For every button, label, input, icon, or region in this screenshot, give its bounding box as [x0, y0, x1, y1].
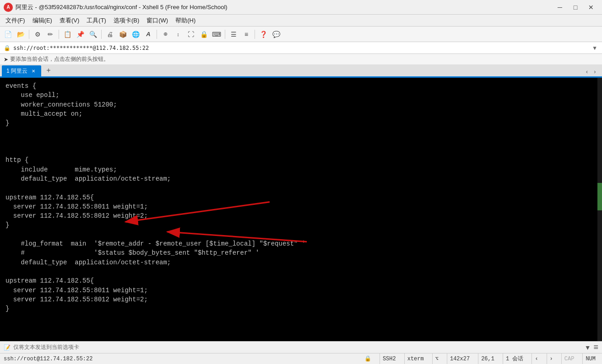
input-placeholder: 仅将文本发送到当前选项卡	[13, 343, 79, 351]
status-cursor: 26,1	[478, 353, 497, 364]
toolbar-font[interactable]: A	[142, 28, 154, 40]
terminal-content: events { use epoll; worker_connections 5…	[5, 81, 597, 313]
toolbar-keyboard[interactable]: ⌨	[211, 28, 222, 40]
menu-bar: 文件(F) 编辑(E) 查看(V) 工具(T) 选项卡(B) 窗口(W) 帮助(…	[0, 15, 602, 27]
toolbar-new[interactable]: 📄	[2, 28, 14, 40]
toolbar-copy[interactable]: 📋	[61, 28, 73, 40]
status-right: 🔒 SSH2 xterm ⌥ 142x27 26,1 1 会话 ‹ › CAP …	[362, 353, 598, 364]
toolbar-fullscreen[interactable]: ⛶	[185, 28, 197, 40]
status-ssh-url: ssh://root@112.74.182.55:22	[4, 356, 92, 362]
status-num: NUM	[582, 353, 598, 364]
tab-aliyun[interactable]: 1 阿里云 ✕	[2, 65, 41, 76]
tab-bar: 1 阿里云 ✕ + ‹ ›	[0, 65, 602, 78]
main-content: events { use epoll; worker_connections 5…	[0, 78, 602, 364]
address-dropdown[interactable]: ▼	[591, 42, 598, 54]
terminal-scrollbar[interactable]	[597, 78, 602, 341]
toolbar-sftp[interactable]: ↕	[172, 28, 184, 40]
status-nav-left[interactable]: ‹	[531, 353, 541, 364]
tab-close-button[interactable]: ✕	[30, 68, 37, 74]
menu-file[interactable]: 文件(F)	[2, 15, 29, 26]
terminal[interactable]: events { use epoll; worker_connections 5…	[0, 78, 602, 341]
toolbar-print[interactable]: 🖨	[104, 28, 116, 40]
menu-window[interactable]: 窗口(W)	[143, 15, 172, 26]
toolbar-session-list[interactable]: ☰	[228, 28, 239, 40]
toolbar-help[interactable]: ❓	[257, 28, 269, 40]
status-ssh2: SSH2	[380, 353, 399, 364]
window-title: 阿里云 - @53f59248287b:/usr/local/nginx/con…	[16, 3, 553, 11]
status-lock-icon: 🔒	[362, 353, 374, 364]
status-nav-right[interactable]: ›	[547, 353, 556, 364]
address-text[interactable]: ssh://root:*************@112.74.182.55:2…	[13, 45, 149, 51]
toolbar-paste[interactable]: 📌	[74, 28, 86, 40]
toolbar-properties[interactable]: ⚙	[32, 28, 43, 40]
hint-text: 要添加当前会话，点击左侧的前头按钮。	[10, 55, 109, 63]
tab-label: 1 阿里云	[6, 67, 27, 75]
toolbar-globe[interactable]: 🌐	[130, 28, 141, 40]
window-controls: ─ □ ✕	[553, 1, 598, 14]
toolbar-xftp[interactable]: ⊕	[159, 28, 171, 40]
menu-view[interactable]: 查看(V)	[56, 15, 83, 26]
input-dropdown[interactable]: ▼	[585, 344, 591, 351]
toolbar-more2[interactable]: 💬	[270, 28, 282, 40]
title-bar: A 阿里云 - @53f59248287b:/usr/local/nginx/c…	[0, 0, 602, 15]
menu-edit[interactable]: 编辑(E)	[29, 15, 56, 26]
tab-nav-left[interactable]: ‹	[584, 68, 591, 76]
toolbar-sep6	[255, 30, 255, 39]
terminal-wrapper: events { use epoll; worker_connections 5…	[0, 78, 602, 341]
toolbar-sep1	[29, 30, 29, 39]
hint-icon: ➤	[4, 56, 8, 63]
app-icon-letter: A	[6, 5, 10, 10]
status-connection: ssh://root@112.74.182.55:22	[4, 356, 362, 362]
status-bar: ssh://root@112.74.182.55:22 🔒 SSH2 xterm…	[0, 353, 602, 364]
status-size: 142x27	[447, 353, 472, 364]
app-icon: A	[4, 3, 13, 12]
tab-nav-right[interactable]: ›	[591, 68, 598, 76]
tab-navigation: ‹ ›	[584, 68, 600, 76]
toolbar: 📄 📂 ⚙ ✏ 📋 📌 🔍 🖨 📦 🌐 A ⊕ ↕ ⛶ 🔒 ⌨ ☰ ≡ ❓ 💬	[0, 27, 602, 42]
toolbar-transfer[interactable]: 📦	[117, 28, 129, 40]
input-menu[interactable]: ≡	[593, 343, 598, 352]
add-tab-button[interactable]: +	[43, 65, 54, 76]
toolbar-sep4	[157, 30, 157, 39]
session-hint-bar: ➤ 要添加当前会话，点击左侧的前头按钮。	[0, 54, 602, 65]
toolbar-sep3	[101, 30, 102, 39]
lock-icon: 🔒	[4, 45, 11, 51]
toolbar-lock[interactable]: 🔒	[198, 28, 210, 40]
toolbar-find[interactable]: 🔍	[87, 28, 99, 40]
toolbar-edit[interactable]: ✏	[44, 28, 56, 40]
menu-help[interactable]: 帮助(H)	[172, 15, 199, 26]
maximize-button[interactable]: □	[568, 1, 583, 14]
status-size-icon: ⌥	[432, 353, 441, 364]
input-icon: 📝	[4, 344, 11, 351]
toolbar-open[interactable]: 📂	[15, 28, 27, 40]
toolbar-more1[interactable]: ≡	[240, 28, 252, 40]
minimize-button[interactable]: ─	[553, 1, 567, 14]
toolbar-sep2	[59, 30, 59, 39]
status-sessions: 1 会话	[503, 353, 526, 364]
status-caps: CAP	[561, 353, 577, 364]
scrollbar-thumb[interactable]	[597, 183, 602, 210]
toolbar-sep5	[225, 30, 225, 39]
bottom-input-bar: 📝 仅将文本发送到当前选项卡 ▼ ≡	[0, 341, 602, 353]
close-button[interactable]: ✕	[584, 1, 598, 14]
status-xterm: xterm	[404, 353, 427, 364]
address-bar: 🔒 ssh://root:*************@112.74.182.55…	[0, 42, 602, 54]
menu-tabs[interactable]: 选项卡(B)	[110, 15, 143, 26]
menu-tools[interactable]: 工具(T)	[83, 15, 110, 26]
